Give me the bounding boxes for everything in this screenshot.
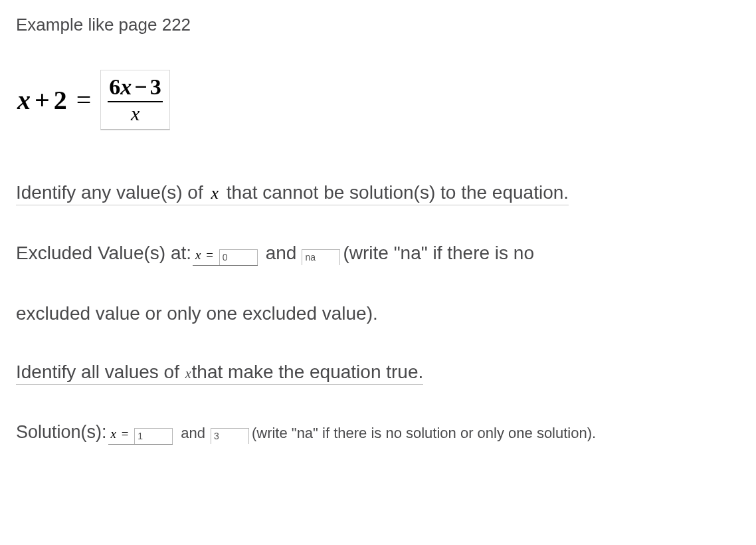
solution-input-group-1: x = 1 bbox=[108, 425, 173, 445]
equation-display: x+2 = 6x−3 x bbox=[16, 70, 740, 130]
instruction-solutions: Identify all values of xthat make the eq… bbox=[16, 362, 423, 385]
problem-container: Example like page 222 x+2 = 6x−3 x Ident… bbox=[0, 0, 756, 459]
solution-label: Solution(s): bbox=[16, 422, 107, 443]
sol-var-x: x bbox=[111, 427, 116, 441]
instr1-pre: Identify any value(s) of bbox=[16, 182, 208, 203]
excl-var-x: x bbox=[195, 248, 201, 262]
excluded-input-group-1: x = 0 bbox=[193, 243, 258, 266]
equals-sign: = bbox=[76, 84, 92, 116]
instr1-post: that cannot be solution(s) to the equati… bbox=[221, 182, 569, 203]
excluded-values-row: Excluded Value(s) at: x = 0 and na (writ… bbox=[16, 243, 740, 266]
instruction-excluded: Identify any value(s) of x that cannot b… bbox=[16, 182, 569, 205]
instr2-pre: Identify all values of bbox=[16, 362, 185, 382]
sol-eq: = bbox=[116, 427, 128, 441]
solution-var: x = bbox=[108, 427, 135, 441]
solution-value-1-input[interactable]: 1 bbox=[134, 428, 173, 444]
plus-sign: + bbox=[31, 85, 54, 115]
page-reference: Example like page 222 bbox=[16, 15, 740, 35]
instr1-var: x bbox=[208, 183, 221, 203]
lhs-var: x bbox=[17, 85, 31, 115]
num-var: x bbox=[120, 74, 132, 99]
fraction-numerator: 6x−3 bbox=[108, 74, 162, 102]
excl-eq: = bbox=[201, 248, 213, 262]
instr2-post: that make the equation true. bbox=[192, 362, 424, 382]
excluded-value-2-input[interactable]: na bbox=[302, 249, 340, 265]
num-coef: 6 bbox=[109, 74, 120, 99]
excluded-continuation: excluded value or only one excluded valu… bbox=[16, 303, 740, 324]
solution-value-2-input[interactable]: 3 bbox=[211, 428, 249, 444]
excluded-var: x = bbox=[193, 248, 219, 262]
solution-hint: (write "na" if there is no solution or o… bbox=[249, 425, 596, 442]
equation-lhs: x+2 bbox=[17, 84, 67, 116]
excluded-label: Excluded Value(s) at: bbox=[16, 243, 191, 264]
excluded-value-1-input[interactable]: 0 bbox=[219, 249, 258, 265]
and-text-1: and bbox=[260, 243, 302, 264]
lhs-const: 2 bbox=[54, 85, 67, 115]
minus-sign: − bbox=[132, 74, 149, 99]
instr2-var: x bbox=[185, 366, 192, 381]
fraction-denominator: x bbox=[108, 102, 162, 125]
fraction-box[interactable]: 6x−3 x bbox=[100, 70, 169, 130]
solutions-row: Solution(s): x = 1 and 3 (write "na" if … bbox=[16, 422, 740, 445]
excluded-hint: (write "na" if there is no bbox=[340, 243, 534, 264]
num-const: 3 bbox=[150, 74, 161, 99]
and-text-2: and bbox=[175, 425, 211, 442]
